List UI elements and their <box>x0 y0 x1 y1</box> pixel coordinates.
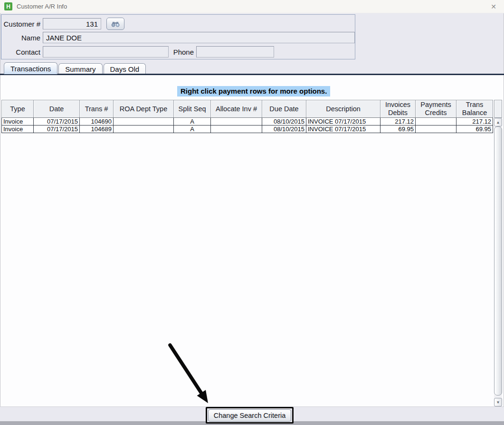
cell-date[interactable]: 07/17/2015 <box>34 118 80 126</box>
col-header-due-date[interactable]: Due Date <box>262 100 306 118</box>
tab-transactions[interactable]: Transactions <box>4 62 57 74</box>
close-icon[interactable]: ✕ <box>487 1 500 12</box>
cell-date[interactable]: 07/17/2015 <box>34 126 80 133</box>
right-click-hint: Right click payment rows for more option… <box>177 86 330 97</box>
tab-strip: Transactions Summary Days Old <box>4 62 147 74</box>
col-header-split-seq[interactable]: Split Seq <box>174 100 211 118</box>
phone-field[interactable] <box>196 46 274 58</box>
cell-allocate-inv[interactable] <box>211 118 262 126</box>
cell-type[interactable]: Invoice <box>2 126 34 133</box>
customer-number-label: Customer # <box>1 20 40 28</box>
window-title: Customer A/R Info <box>17 3 67 10</box>
col-header-description[interactable]: Description <box>306 100 380 118</box>
cell-due-date[interactable]: 08/10/2015 <box>262 118 306 126</box>
table-row[interactable]: Invoice 07/17/2015 104690 A 08/10/2015 I… <box>2 118 493 126</box>
cell-due-date[interactable]: 08/10/2015 <box>262 126 306 133</box>
app-icon: H <box>4 2 12 10</box>
scroll-up-icon[interactable]: ▲ <box>494 118 502 126</box>
customer-ar-info-window: H Customer A/R Info ✕ Customer # <box>0 0 504 425</box>
cell-trans[interactable]: 104690 <box>80 118 114 126</box>
tab-summary[interactable]: Summary <box>58 63 102 74</box>
cell-trans[interactable]: 104689 <box>80 126 114 133</box>
customer-form-panel: Customer # Name Contac <box>1 14 355 59</box>
cell-allocate-inv[interactable] <box>211 126 262 133</box>
tab-underline <box>0 74 504 75</box>
cell-type[interactable]: Invoice <box>2 118 34 126</box>
col-header-trans[interactable]: Trans # <box>80 100 114 118</box>
customer-lookup-button[interactable] <box>106 18 124 30</box>
contact-field[interactable] <box>43 46 169 58</box>
cell-invoices-debits[interactable]: 217.12 <box>380 118 416 126</box>
col-header-date[interactable]: Date <box>34 100 80 118</box>
name-field[interactable] <box>43 32 355 43</box>
col-header-roa-dept-type[interactable]: ROA Dept Type <box>114 100 174 118</box>
vertical-scrollbar[interactable]: ▲ ▼ <box>494 118 502 406</box>
cell-split-seq[interactable]: A <box>174 118 211 126</box>
cell-roa-dept-type[interactable] <box>114 118 174 126</box>
col-header-payments-credits[interactable]: Payments Credits <box>416 100 456 118</box>
col-header-type[interactable]: Type <box>2 100 34 118</box>
binoculars-icon <box>111 21 120 27</box>
customer-number-field[interactable] <box>43 18 101 29</box>
table-header-row: Type Date Trans # ROA Dept Type Split Se… <box>2 100 493 118</box>
col-header-trans-balance[interactable]: Trans Balance <box>456 100 493 118</box>
phone-label: Phone <box>171 48 194 56</box>
cell-payments-credits[interactable] <box>416 126 456 133</box>
name-label: Name <box>1 34 40 42</box>
scroll-down-icon[interactable]: ▼ <box>494 398 502 406</box>
cell-payments-credits[interactable] <box>416 118 456 126</box>
contact-label: Contact <box>1 48 40 56</box>
cell-roa-dept-type[interactable] <box>114 126 174 133</box>
cell-description[interactable]: INVOICE 07/17/2015 <box>306 118 380 126</box>
cell-description[interactable]: INVOICE 07/17/2015 <box>306 126 380 133</box>
cell-trans-balance[interactable]: 69.95 <box>456 126 493 133</box>
tab-days-old[interactable]: Days Old <box>104 63 146 74</box>
title-bar: H Customer A/R Info ✕ <box>0 0 504 13</box>
table-row[interactable]: Invoice 07/17/2015 104689 A 08/10/2015 I… <box>2 126 493 133</box>
cell-split-seq[interactable]: A <box>174 126 211 133</box>
cell-trans-balance[interactable]: 217.12 <box>456 118 493 126</box>
change-search-criteria-button[interactable]: Change Search Criteria <box>208 409 291 422</box>
transactions-table[interactable]: Type Date Trans # ROA Dept Type Split Se… <box>1 100 493 133</box>
scrollbar-thumb[interactable] <box>494 126 502 396</box>
cell-invoices-debits[interactable]: 69.95 <box>380 126 416 133</box>
annotation-highlight-box: Change Search Criteria <box>206 407 294 424</box>
col-header-allocate-inv[interactable]: Allocate Inv # <box>211 100 262 118</box>
col-header-invoices-debits[interactable]: Invoices Debits <box>380 100 416 118</box>
scrollbar-header-cap <box>494 100 502 118</box>
